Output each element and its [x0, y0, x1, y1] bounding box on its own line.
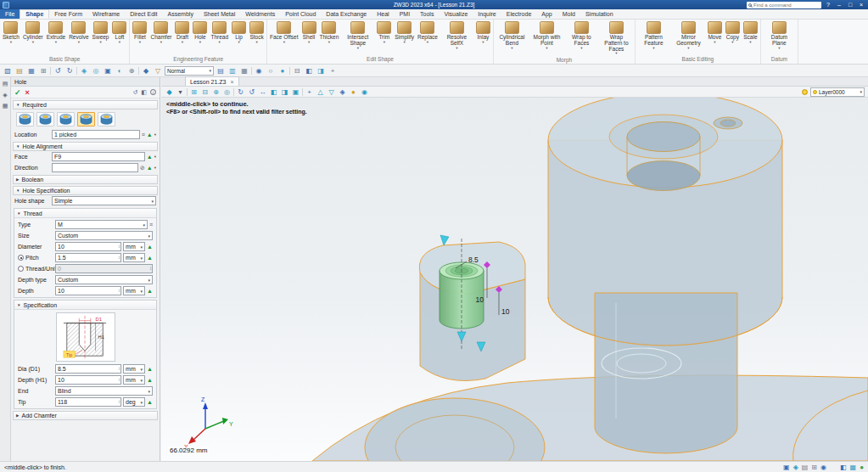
- display-mode-icon[interactable]: ◧: [141, 89, 147, 96]
- ribbon-button[interactable]: Fillet ▾: [131, 20, 148, 44]
- pick-button[interactable]: ▲: [147, 377, 153, 383]
- list-filter-icon[interactable]: ≡: [142, 132, 145, 138]
- toolbar-icon[interactable]: ◈: [79, 66, 89, 76]
- depth-h1-input[interactable]: [55, 375, 121, 385]
- pick-button[interactable]: ▲: [147, 154, 153, 160]
- toolbar-icon[interactable]: ▦: [26, 66, 36, 76]
- hole-type-button[interactable]: [77, 112, 95, 126]
- ribbon-button[interactable]: Thread ▾: [209, 20, 230, 44]
- ribbon-tab[interactable]: Shape: [20, 9, 49, 19]
- toolbar-icon[interactable]: ◉: [254, 66, 264, 76]
- ribbon-tab[interactable]: Inquire: [473, 9, 501, 19]
- view-tool-icon[interactable]: +: [305, 87, 314, 97]
- tip-input[interactable]: [55, 397, 121, 407]
- ribbon-tab[interactable]: Heal: [372, 9, 394, 19]
- toolbar-icon[interactable]: ▦: [239, 66, 249, 76]
- ribbon-button[interactable]: Hole ▾: [191, 20, 209, 44]
- ribbon-tab[interactable]: Mold: [557, 9, 580, 19]
- depth-input[interactable]: [55, 286, 121, 295]
- toolbar-icon[interactable]: ◆: [141, 66, 151, 76]
- diameter-input[interactable]: [55, 242, 121, 251]
- toolbar-icon[interactable]: [76, 67, 77, 75]
- ribbon-tab[interactable]: Wireframe: [87, 9, 125, 19]
- view-tool-icon[interactable]: ◈: [338, 87, 347, 97]
- face-input[interactable]: [52, 152, 145, 161]
- ribbon-tab[interactable]: PMI: [395, 9, 415, 19]
- command-search[interactable]: [747, 2, 821, 8]
- close-tab-icon[interactable]: ×: [230, 79, 233, 85]
- ribbon-button[interactable]: Intersect Shape ▾: [340, 20, 375, 50]
- help-button[interactable]: ?: [824, 2, 832, 8]
- manager-tab-icon[interactable]: ▤: [3, 81, 8, 87]
- status-icon[interactable]: ▦: [850, 464, 857, 471]
- toolbar-icon[interactable]: ▤: [216, 66, 226, 76]
- toolbar-icon[interactable]: ◧: [304, 66, 314, 76]
- status-icon[interactable]: ▣: [783, 464, 790, 471]
- hole-type-button[interactable]: [16, 112, 34, 126]
- minimize-button[interactable]: –: [835, 2, 843, 8]
- layer-visibility-icon[interactable]: [802, 89, 808, 95]
- hole-type-button[interactable]: [98, 112, 115, 126]
- view-tool-icon[interactable]: ◆: [165, 87, 174, 97]
- unit-select[interactable]: deg ▾: [123, 397, 145, 407]
- toolbar-icon[interactable]: [289, 67, 290, 75]
- app-logo-icon[interactable]: [3, 2, 9, 8]
- status-icon[interactable]: ▤: [802, 464, 809, 471]
- toolbar-icon[interactable]: [138, 67, 139, 75]
- ribbon-tab[interactable]: Weldments: [240, 9, 280, 19]
- ribbon-button[interactable]: Copy ▾: [724, 20, 742, 44]
- thread-table-icon[interactable]: ≡: [149, 222, 153, 228]
- toolbar-icon[interactable]: +: [328, 66, 338, 76]
- dia-d1-input[interactable]: [55, 364, 121, 374]
- ribbon-button[interactable]: Wrap to Faces ▾: [564, 20, 599, 50]
- dim-label-diameter[interactable]: 8.5: [468, 256, 479, 264]
- toolbar-icon[interactable]: ▧: [3, 66, 13, 76]
- dim-label-depth[interactable]: 10: [476, 295, 484, 304]
- ribbon-tab[interactable]: Direct Edit: [125, 9, 162, 19]
- toolbar-icon[interactable]: ◎: [91, 66, 101, 76]
- toolbar-icon[interactable]: ◨: [316, 66, 326, 76]
- ribbon-button[interactable]: Sweep ▾: [91, 20, 111, 44]
- view-tool-icon[interactable]: △: [316, 87, 325, 97]
- view-tool-icon[interactable]: ▣: [291, 87, 300, 97]
- view-tool-icon[interactable]: ▽: [327, 87, 336, 97]
- chevron-down-icon[interactable]: ▾: [154, 155, 156, 159]
- ribbon-button[interactable]: Scale ▾: [742, 20, 759, 44]
- reset-icon[interactable]: ↺: [133, 89, 138, 96]
- view-tool-icon[interactable]: ↻: [236, 87, 245, 97]
- toolbar-icon[interactable]: ▥: [227, 66, 238, 76]
- 3d-model[interactable]: 8.5 10 10 Z Y X: [161, 98, 868, 461]
- toolbar-icon[interactable]: ↺: [53, 66, 63, 76]
- ribbon-button[interactable]: Lip ▾: [230, 20, 248, 44]
- style-select[interactable]: Normal ▾: [165, 66, 214, 76]
- ribbon-button[interactable]: Cylindrical Bend ▾: [495, 20, 529, 50]
- pick-button[interactable]: ▲: [147, 366, 153, 372]
- ribbon-button[interactable]: Extrude ▾: [45, 20, 67, 44]
- pitch-radio[interactable]: [18, 255, 24, 261]
- toolbar-icon[interactable]: ▣: [103, 66, 113, 76]
- toolbar-icon[interactable]: ○: [266, 66, 276, 76]
- ribbon-button[interactable]: Trim ▾: [375, 20, 393, 44]
- pick-button[interactable]: ▲: [147, 255, 153, 261]
- close-button[interactable]: ×: [857, 2, 865, 8]
- maximize-button[interactable]: □: [846, 2, 854, 8]
- toolbar-icon[interactable]: ⊟: [292, 66, 302, 76]
- status-icon[interactable]: ◈: [793, 464, 798, 471]
- section-boolean[interactable]: ▶ Boolean: [13, 175, 158, 184]
- ribbon-tab[interactable]: Simulation: [580, 9, 619, 19]
- ribbon-tab[interactable]: App: [536, 9, 557, 19]
- spinner-icon[interactable]: ↕: [118, 377, 120, 382]
- ribbon-tab[interactable]: Sheet Metal: [199, 9, 240, 19]
- view-tool-icon[interactable]: ⊞: [189, 87, 199, 97]
- pitch-input[interactable]: [55, 253, 121, 262]
- status-icon[interactable]: ◉: [820, 464, 826, 471]
- section-hole-specification[interactable]: ▼ Hole Specification: [13, 186, 158, 195]
- ribbon-button[interactable]: Move ▾: [706, 20, 724, 44]
- view-tool-icon[interactable]: ⊕: [211, 87, 221, 97]
- ribbon-button[interactable]: Wrap Pattern to Faces ▾: [599, 20, 634, 56]
- ribbon-button[interactable]: Datum Plane ▾: [762, 20, 797, 50]
- ribbon-button[interactable]: Inlay ▾: [474, 20, 492, 44]
- ribbon-button[interactable]: Replace ▾: [416, 20, 440, 44]
- section-thread[interactable]: ▼ Thread: [14, 209, 156, 218]
- ribbon-tab[interactable]: Data Exchange: [321, 9, 372, 19]
